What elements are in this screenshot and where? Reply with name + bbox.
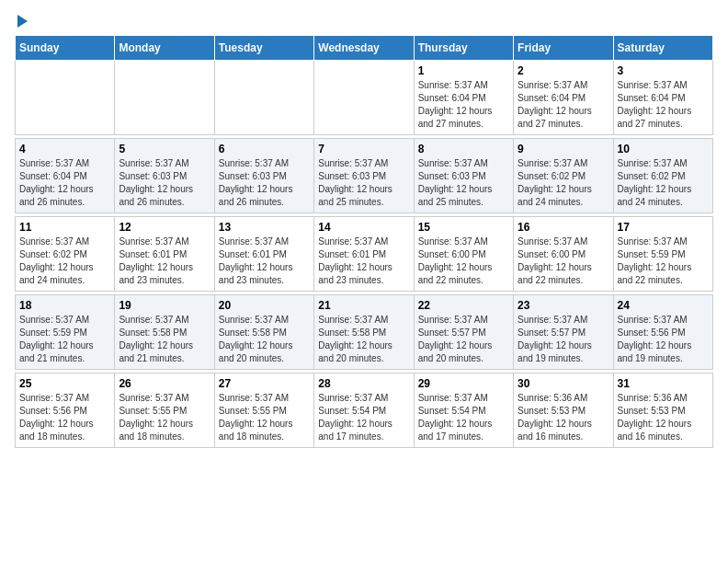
day-info: Sunrise: 5:37 AMSunset: 6:01 PMDaylight:… bbox=[318, 236, 409, 287]
weekday-header-thursday: Thursday bbox=[414, 36, 513, 61]
calendar-cell: 7Sunrise: 5:37 AMSunset: 6:03 PMDaylight… bbox=[314, 139, 414, 213]
day-info: Sunrise: 5:37 AMSunset: 5:54 PMDaylight:… bbox=[418, 392, 509, 443]
calendar-cell bbox=[16, 61, 115, 135]
day-info: Sunrise: 5:37 AMSunset: 5:56 PMDaylight:… bbox=[19, 392, 110, 443]
calendar-cell bbox=[115, 61, 214, 135]
calendar-cell: 19Sunrise: 5:37 AMSunset: 5:58 PMDayligh… bbox=[115, 295, 214, 370]
calendar-cell: 14Sunrise: 5:37 AMSunset: 6:01 PMDayligh… bbox=[314, 217, 414, 292]
calendar-cell: 12Sunrise: 5:37 AMSunset: 6:01 PMDayligh… bbox=[115, 217, 214, 292]
day-number: 14 bbox=[318, 221, 409, 234]
calendar-cell: 17Sunrise: 5:37 AMSunset: 5:59 PMDayligh… bbox=[613, 217, 712, 292]
day-number: 11 bbox=[19, 221, 110, 234]
day-info: Sunrise: 5:37 AMSunset: 5:56 PMDaylight:… bbox=[618, 314, 709, 365]
day-number: 31 bbox=[618, 377, 709, 390]
calendar-cell: 9Sunrise: 5:37 AMSunset: 6:02 PMDaylight… bbox=[514, 139, 613, 213]
day-number: 12 bbox=[119, 221, 210, 234]
day-number: 24 bbox=[618, 299, 709, 312]
calendar-week-4: 18Sunrise: 5:37 AMSunset: 5:59 PMDayligh… bbox=[16, 295, 713, 370]
logo-blue-line bbox=[15, 15, 28, 28]
day-number: 19 bbox=[119, 299, 210, 312]
weekday-header-row: SundayMondayTuesdayWednesdayThursdayFrid… bbox=[16, 36, 713, 61]
day-number: 16 bbox=[518, 221, 609, 234]
calendar-cell: 5Sunrise: 5:37 AMSunset: 6:03 PMDaylight… bbox=[115, 139, 214, 213]
calendar-table: SundayMondayTuesdayWednesdayThursdayFrid… bbox=[15, 35, 713, 448]
day-number: 1 bbox=[418, 64, 509, 77]
day-number: 29 bbox=[418, 377, 509, 390]
header bbox=[15, 15, 713, 28]
calendar-cell: 18Sunrise: 5:37 AMSunset: 5:59 PMDayligh… bbox=[16, 295, 115, 370]
day-info: Sunrise: 5:37 AMSunset: 6:03 PMDaylight:… bbox=[219, 157, 310, 209]
day-number: 27 bbox=[219, 377, 310, 390]
day-number: 25 bbox=[19, 377, 110, 390]
calendar-cell: 29Sunrise: 5:37 AMSunset: 5:54 PMDayligh… bbox=[414, 373, 513, 448]
calendar-cell: 3Sunrise: 5:37 AMSunset: 6:04 PMDaylight… bbox=[613, 61, 712, 135]
calendar-cell: 22Sunrise: 5:37 AMSunset: 5:57 PMDayligh… bbox=[414, 295, 513, 370]
day-number: 23 bbox=[518, 299, 609, 312]
day-info: Sunrise: 5:37 AMSunset: 5:55 PMDaylight:… bbox=[219, 392, 310, 443]
calendar-cell: 1Sunrise: 5:37 AMSunset: 6:04 PMDaylight… bbox=[414, 61, 513, 135]
day-info: Sunrise: 5:37 AMSunset: 6:01 PMDaylight:… bbox=[119, 236, 210, 287]
calendar-body: 1Sunrise: 5:37 AMSunset: 6:04 PMDaylight… bbox=[16, 61, 713, 448]
logo-chevron-icon bbox=[17, 15, 28, 28]
calendar-week-1: 1Sunrise: 5:37 AMSunset: 6:04 PMDaylight… bbox=[16, 61, 713, 135]
day-info: Sunrise: 5:37 AMSunset: 5:59 PMDaylight:… bbox=[19, 314, 110, 365]
calendar-cell: 8Sunrise: 5:37 AMSunset: 6:03 PMDaylight… bbox=[414, 139, 513, 213]
calendar-week-5: 25Sunrise: 5:37 AMSunset: 5:56 PMDayligh… bbox=[16, 373, 713, 448]
calendar-cell: 31Sunrise: 5:36 AMSunset: 5:53 PMDayligh… bbox=[613, 373, 712, 448]
calendar-cell: 21Sunrise: 5:37 AMSunset: 5:58 PMDayligh… bbox=[314, 295, 414, 370]
day-info: Sunrise: 5:37 AMSunset: 6:03 PMDaylight:… bbox=[318, 157, 409, 209]
calendar-cell: 13Sunrise: 5:37 AMSunset: 6:01 PMDayligh… bbox=[214, 217, 313, 292]
day-number: 6 bbox=[219, 143, 310, 155]
day-info: Sunrise: 5:37 AMSunset: 6:04 PMDaylight:… bbox=[618, 79, 709, 131]
calendar-header: SundayMondayTuesdayWednesdayThursdayFrid… bbox=[16, 36, 713, 61]
weekday-header-wednesday: Wednesday bbox=[314, 36, 414, 61]
day-number: 18 bbox=[19, 299, 110, 312]
calendar-container: SundayMondayTuesdayWednesdayThursdayFrid… bbox=[0, 0, 728, 455]
day-number: 10 bbox=[618, 143, 709, 155]
day-number: 20 bbox=[219, 299, 310, 312]
logo bbox=[15, 15, 28, 28]
day-info: Sunrise: 5:36 AMSunset: 5:53 PMDaylight:… bbox=[518, 392, 609, 443]
day-info: Sunrise: 5:37 AMSunset: 6:02 PMDaylight:… bbox=[618, 157, 709, 209]
weekday-header-sunday: Sunday bbox=[16, 36, 115, 61]
day-info: Sunrise: 5:37 AMSunset: 6:00 PMDaylight:… bbox=[518, 236, 609, 287]
day-info: Sunrise: 5:37 AMSunset: 5:57 PMDaylight:… bbox=[518, 314, 609, 365]
day-number: 8 bbox=[418, 143, 509, 155]
calendar-cell: 20Sunrise: 5:37 AMSunset: 5:58 PMDayligh… bbox=[214, 295, 313, 370]
day-info: Sunrise: 5:37 AMSunset: 5:58 PMDaylight:… bbox=[318, 314, 409, 365]
calendar-cell: 30Sunrise: 5:36 AMSunset: 5:53 PMDayligh… bbox=[514, 373, 613, 448]
calendar-cell: 2Sunrise: 5:37 AMSunset: 6:04 PMDaylight… bbox=[514, 61, 613, 135]
calendar-cell: 26Sunrise: 5:37 AMSunset: 5:55 PMDayligh… bbox=[115, 373, 214, 448]
day-number: 17 bbox=[618, 221, 709, 234]
day-info: Sunrise: 5:37 AMSunset: 6:02 PMDaylight:… bbox=[518, 157, 609, 209]
day-number: 26 bbox=[119, 377, 210, 390]
day-number: 28 bbox=[318, 377, 409, 390]
day-number: 7 bbox=[318, 143, 409, 155]
calendar-cell: 15Sunrise: 5:37 AMSunset: 6:00 PMDayligh… bbox=[414, 217, 513, 292]
weekday-header-friday: Friday bbox=[514, 36, 613, 61]
day-info: Sunrise: 5:37 AMSunset: 5:58 PMDaylight:… bbox=[119, 314, 210, 365]
day-number: 9 bbox=[518, 143, 609, 155]
day-info: Sunrise: 5:37 AMSunset: 5:55 PMDaylight:… bbox=[119, 392, 210, 443]
calendar-cell: 23Sunrise: 5:37 AMSunset: 5:57 PMDayligh… bbox=[514, 295, 613, 370]
day-number: 5 bbox=[119, 143, 210, 155]
calendar-cell: 16Sunrise: 5:37 AMSunset: 6:00 PMDayligh… bbox=[514, 217, 613, 292]
day-info: Sunrise: 5:37 AMSunset: 6:04 PMDaylight:… bbox=[518, 79, 609, 131]
day-info: Sunrise: 5:37 AMSunset: 6:01 PMDaylight:… bbox=[219, 236, 310, 287]
day-number: 15 bbox=[418, 221, 509, 234]
day-info: Sunrise: 5:37 AMSunset: 5:59 PMDaylight:… bbox=[618, 236, 709, 287]
day-number: 21 bbox=[318, 299, 409, 312]
day-number: 2 bbox=[518, 64, 609, 77]
day-info: Sunrise: 5:37 AMSunset: 6:04 PMDaylight:… bbox=[19, 157, 110, 209]
day-number: 30 bbox=[518, 377, 609, 390]
day-number: 4 bbox=[19, 143, 110, 155]
day-info: Sunrise: 5:37 AMSunset: 6:04 PMDaylight:… bbox=[418, 79, 509, 131]
weekday-header-saturday: Saturday bbox=[613, 36, 712, 61]
weekday-header-tuesday: Tuesday bbox=[214, 36, 313, 61]
calendar-cell: 24Sunrise: 5:37 AMSunset: 5:56 PMDayligh… bbox=[613, 295, 712, 370]
calendar-cell: 27Sunrise: 5:37 AMSunset: 5:55 PMDayligh… bbox=[214, 373, 313, 448]
calendar-cell: 6Sunrise: 5:37 AMSunset: 6:03 PMDaylight… bbox=[214, 139, 313, 213]
day-info: Sunrise: 5:37 AMSunset: 6:00 PMDaylight:… bbox=[418, 236, 509, 287]
day-number: 22 bbox=[418, 299, 509, 312]
day-info: Sunrise: 5:37 AMSunset: 6:03 PMDaylight:… bbox=[418, 157, 509, 209]
